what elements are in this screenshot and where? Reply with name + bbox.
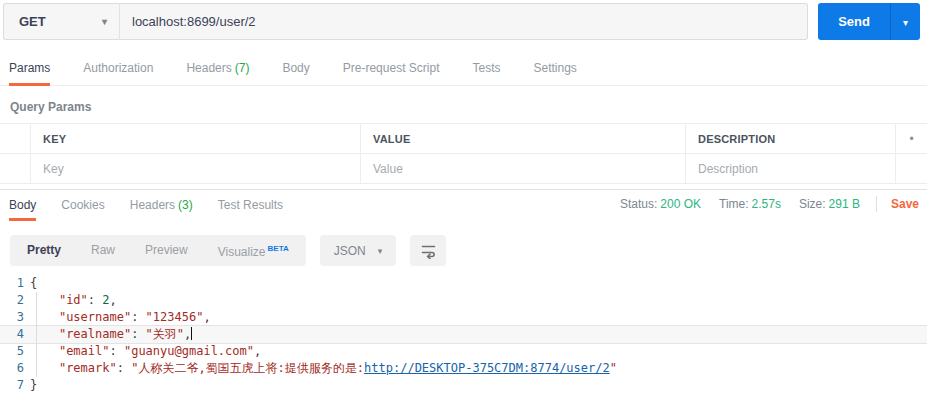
line-content: } bbox=[30, 377, 37, 394]
line-number: 1 bbox=[0, 275, 24, 292]
response-link[interactable]: http://DESKTOP-375C7DM:8774/user/2 bbox=[364, 361, 610, 375]
line-number: 4 bbox=[0, 326, 24, 343]
more-options-icon[interactable]: • bbox=[896, 124, 927, 153]
code-token: "remark" bbox=[59, 361, 117, 375]
chevron-down-icon: ▾ bbox=[903, 17, 908, 28]
code-token: "关羽" bbox=[146, 327, 184, 341]
code-token: "人称关二爷,蜀国五虎上将:提供服务的是: bbox=[131, 361, 364, 375]
headers-count-badge: (7) bbox=[235, 61, 250, 75]
tab-authorization[interactable]: Authorization bbox=[83, 61, 153, 85]
code-token: , bbox=[110, 293, 117, 307]
tab-tests[interactable]: Tests bbox=[472, 61, 500, 85]
table-header-row: KEY VALUE DESCRIPTION • bbox=[0, 124, 927, 154]
query-params-title: Query Params bbox=[10, 100, 927, 114]
tab-label: Tests bbox=[472, 61, 500, 75]
line-content: "remark": "人称关二爷,蜀国五虎上将:提供服务的是:http://DE… bbox=[30, 360, 617, 377]
tab-headers[interactable]: Headers(7) bbox=[186, 61, 249, 85]
method-dropdown[interactable]: GET ▾ bbox=[3, 3, 119, 40]
tab-settings[interactable]: Settings bbox=[534, 61, 577, 85]
view-switcher: Pretty Raw Preview VisualizeBETA bbox=[10, 235, 306, 266]
tab-body[interactable]: Body bbox=[282, 61, 309, 85]
code-token: "realname" bbox=[59, 327, 131, 341]
code-line: 4 "realname": "关羽", bbox=[0, 326, 927, 343]
code-token: : bbox=[117, 361, 131, 375]
language-dropdown[interactable]: JSON ▾ bbox=[320, 235, 397, 266]
code-token: "123456" bbox=[146, 310, 204, 324]
tab-label: Body bbox=[9, 198, 36, 212]
row-select-cell bbox=[0, 124, 31, 153]
chevron-down-icon: ▾ bbox=[378, 246, 383, 256]
method-label: GET bbox=[19, 14, 46, 29]
chevron-down-icon: ▾ bbox=[102, 16, 107, 27]
code-token: "email" bbox=[59, 344, 110, 358]
time-badge: Time:2.57s bbox=[719, 197, 781, 211]
send-options-button[interactable]: ▾ bbox=[890, 3, 920, 40]
tab-label: Test Results bbox=[218, 198, 283, 212]
code-token: : bbox=[131, 310, 145, 324]
status-label: Status: bbox=[620, 197, 657, 211]
tab-params[interactable]: Params bbox=[9, 61, 50, 85]
line-number: 6 bbox=[0, 360, 24, 377]
code-token: } bbox=[30, 378, 37, 392]
code-token bbox=[30, 344, 59, 358]
wrap-text-icon bbox=[420, 242, 437, 259]
tab-label: Pre-request Script bbox=[343, 61, 440, 75]
table-row: Key Value Description bbox=[0, 154, 927, 184]
line-content: "email": "guanyu@gmail.com", bbox=[30, 343, 261, 360]
line-number: 2 bbox=[0, 292, 24, 309]
indent-guide bbox=[36, 292, 37, 377]
text-cursor bbox=[191, 327, 192, 340]
line-number: 3 bbox=[0, 309, 24, 326]
row-end-cell bbox=[896, 154, 927, 183]
row-select-cell bbox=[0, 154, 31, 183]
code-line: 3 "username": "123456", bbox=[0, 309, 927, 326]
value-input[interactable]: Value bbox=[361, 154, 686, 183]
tab-label: Authorization bbox=[83, 61, 153, 75]
line-content: "username": "123456", bbox=[30, 309, 211, 326]
language-label: JSON bbox=[334, 244, 366, 258]
code-token: "guanyu@gmail.com" bbox=[124, 344, 254, 358]
save-response-button[interactable]: Save bbox=[891, 197, 919, 211]
key-input[interactable]: Key bbox=[31, 154, 361, 183]
code-token: "username" bbox=[59, 310, 131, 324]
headers-count-badge: (3) bbox=[178, 198, 193, 212]
tab-label: Cookies bbox=[61, 198, 104, 212]
column-header-description: DESCRIPTION bbox=[686, 124, 896, 153]
send-button[interactable]: Send bbox=[818, 3, 890, 40]
url-input[interactable]: localhost:8699/user/2 bbox=[119, 3, 808, 40]
response-body-editor[interactable]: 1{2 "id": 2,3 "username": "123456",4 "re… bbox=[0, 275, 927, 394]
response-tab-cookies[interactable]: Cookies bbox=[61, 198, 104, 221]
code-line: 7} bbox=[0, 377, 927, 394]
response-header: Body Cookies Headers(3) Test Results Sta… bbox=[0, 196, 927, 221]
section-divider bbox=[0, 189, 927, 190]
response-tab-body[interactable]: Body bbox=[9, 198, 36, 221]
tab-pre-request-script[interactable]: Pre-request Script bbox=[343, 61, 440, 85]
code-token: 2 bbox=[102, 293, 109, 307]
view-label: Visualize bbox=[218, 245, 266, 259]
wrap-text-button[interactable] bbox=[410, 235, 446, 266]
code-token bbox=[30, 310, 59, 324]
response-toolbar: Pretty Raw Preview VisualizeBETA JSON ▾ bbox=[10, 235, 927, 266]
code-token bbox=[30, 361, 59, 375]
view-pretty[interactable]: Pretty bbox=[12, 235, 76, 266]
status-value: 200 OK bbox=[660, 197, 701, 211]
view-visualize[interactable]: VisualizeBETA bbox=[203, 233, 304, 268]
ellipsis-icon: • bbox=[909, 132, 913, 146]
code-line: 1{ bbox=[0, 275, 927, 292]
request-bar: GET ▾ localhost:8699/user/2 Send ▾ bbox=[3, 3, 920, 40]
code-token: " bbox=[610, 361, 617, 375]
view-raw[interactable]: Raw bbox=[76, 235, 130, 266]
tab-label: Body bbox=[282, 61, 309, 75]
code-line: 2 "id": 2, bbox=[0, 292, 927, 309]
vertical-divider bbox=[876, 196, 877, 212]
time-value: 2.57s bbox=[752, 197, 781, 211]
time-label: Time: bbox=[719, 197, 749, 211]
code-token: : bbox=[109, 344, 123, 358]
description-input[interactable]: Description bbox=[686, 154, 896, 183]
view-preview[interactable]: Preview bbox=[130, 235, 203, 266]
code-token: "id" bbox=[59, 293, 88, 307]
response-tab-test-results[interactable]: Test Results bbox=[218, 198, 283, 221]
send-button-group: Send ▾ bbox=[818, 3, 920, 40]
tab-label: Params bbox=[9, 61, 50, 75]
response-tab-headers[interactable]: Headers(3) bbox=[130, 198, 193, 221]
